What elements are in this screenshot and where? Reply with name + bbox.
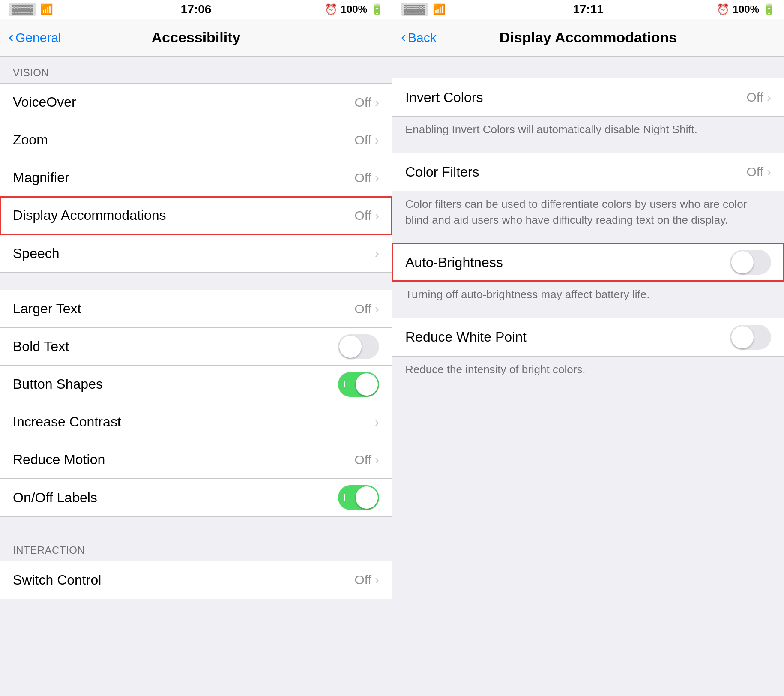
invert-colors-value: Off xyxy=(747,90,763,105)
larger-text-label: Larger Text xyxy=(13,301,81,317)
increase-contrast-right: › xyxy=(375,415,379,429)
reduce-white-point-group: Reduce White Point xyxy=(392,318,784,357)
increase-contrast-chevron: › xyxy=(375,415,379,429)
onoff-labels-toggle-inner: I xyxy=(343,492,346,503)
bold-text-item[interactable]: Bold Text xyxy=(0,328,392,366)
vision-gap xyxy=(0,273,392,290)
onoff-labels-toggle-knob xyxy=(356,486,378,509)
speech-item[interactable]: Speech › xyxy=(0,234,392,272)
reduce-motion-value: Off xyxy=(355,453,371,467)
voiceover-chevron: › xyxy=(375,95,379,110)
magnifier-right: Off › xyxy=(355,171,379,185)
switch-control-item[interactable]: Switch Control Off › xyxy=(0,561,392,599)
color-filters-chevron: › xyxy=(767,165,771,179)
auto-brightness-toggle-knob xyxy=(731,251,754,273)
display-accommodations-chevron: › xyxy=(375,208,379,223)
battery-icon: 🔋 xyxy=(371,3,383,15)
auto-brightness-toggle[interactable] xyxy=(730,250,771,275)
reduce-motion-chevron: › xyxy=(375,453,379,467)
left-back-button[interactable]: ‹ General xyxy=(9,29,61,46)
magnifier-item[interactable]: Magnifier Off › xyxy=(0,159,392,197)
voiceover-item[interactable]: VoiceOver Off › xyxy=(0,84,392,121)
speech-chevron: › xyxy=(375,246,379,261)
increase-contrast-label: Increase Contrast xyxy=(13,414,121,430)
vision-group: VoiceOver Off › Zoom Off › Magnifier Off… xyxy=(0,83,392,273)
onoff-labels-label: On/Off Labels xyxy=(13,490,97,506)
wifi-icon: 📶 xyxy=(40,3,53,15)
left-status-right: ⏰ 100% 🔋 xyxy=(325,3,383,15)
right-chevron-icon: ‹ xyxy=(401,28,406,46)
color-filters-description: Color filters can be used to differentia… xyxy=(392,191,784,234)
auto-brightness-item[interactable]: Auto-Brightness xyxy=(392,243,784,281)
zoom-item[interactable]: Zoom Off › xyxy=(0,121,392,159)
right-back-button[interactable]: ‹ Back xyxy=(401,29,437,46)
left-nav-bar: ‹ General Accessibility xyxy=(0,19,392,57)
reduce-motion-item[interactable]: Reduce Motion Off › xyxy=(0,441,392,479)
left-status-left: ▓▓▓ 📶 xyxy=(9,3,53,16)
invert-colors-group: Invert Colors Off › xyxy=(392,78,784,117)
right-back-label[interactable]: Back xyxy=(408,30,437,45)
display-accommodations-label: Display Accommodations xyxy=(13,207,166,223)
zoom-chevron: › xyxy=(375,133,379,147)
zoom-value: Off xyxy=(355,133,371,147)
reduce-white-point-label: Reduce White Point xyxy=(405,329,527,345)
right-status-left: ▓▓▓ 📶 xyxy=(401,3,446,16)
magnifier-chevron: › xyxy=(375,171,379,185)
right-nav-title: Display Accommodations xyxy=(500,29,677,46)
left-nav-title: Accessibility xyxy=(152,29,241,46)
larger-text-item[interactable]: Larger Text Off › xyxy=(0,290,392,328)
reduce-white-point-toggle[interactable] xyxy=(730,325,771,350)
display-accommodations-item[interactable]: Display Accommodations Off › xyxy=(0,197,392,234)
invert-colors-item[interactable]: Invert Colors Off › xyxy=(392,78,784,116)
invert-colors-right: Off › xyxy=(747,90,771,105)
onoff-labels-item[interactable]: On/Off Labels I xyxy=(0,479,392,516)
bold-text-toggle[interactable] xyxy=(338,334,379,359)
right-status-right: ⏰ 100% 🔋 xyxy=(717,3,775,15)
invert-colors-chevron: › xyxy=(767,90,771,105)
reduce-motion-label: Reduce Motion xyxy=(13,452,105,468)
vision-section-header: VISION xyxy=(0,57,392,83)
right-alarm-icon: ⏰ xyxy=(717,3,730,15)
reduce-white-point-toggle-knob xyxy=(731,326,754,348)
display-accommodations-right: Off › xyxy=(355,208,379,223)
switch-control-right: Off › xyxy=(355,573,379,587)
left-time: 17:06 xyxy=(181,3,212,16)
larger-text-right: Off › xyxy=(355,302,379,316)
voiceover-value: Off xyxy=(355,95,371,110)
alarm-icon: ⏰ xyxy=(325,3,338,15)
carrier-text: ▓▓▓ xyxy=(9,3,36,16)
right-status-bar: ▓▓▓ 📶 17:11 ⏰ 100% 🔋 xyxy=(392,0,784,19)
button-shapes-label: Button Shapes xyxy=(13,376,103,392)
voiceover-label: VoiceOver xyxy=(13,94,76,110)
larger-text-chevron: › xyxy=(375,302,379,316)
right-carrier-text: ▓▓▓ xyxy=(401,3,428,16)
switch-control-label: Switch Control xyxy=(13,572,101,588)
reduce-white-point-item[interactable]: Reduce White Point xyxy=(392,318,784,356)
switch-control-chevron: › xyxy=(375,573,379,587)
onoff-labels-toggle[interactable]: I xyxy=(338,485,379,510)
interaction-group: Switch Control Off › xyxy=(0,561,392,599)
color-filters-group: Color Filters Off › xyxy=(392,153,784,191)
zoom-right: Off › xyxy=(355,133,379,147)
display-gap xyxy=(0,517,392,534)
button-shapes-item[interactable]: Button Shapes I xyxy=(0,366,392,403)
color-filters-right: Off › xyxy=(747,165,771,179)
increase-contrast-item[interactable]: Increase Contrast › xyxy=(0,403,392,441)
bold-text-label: Bold Text xyxy=(13,339,69,354)
zoom-label: Zoom xyxy=(13,132,48,148)
battery-text: 100% xyxy=(341,3,367,15)
right-phone-panel: ▓▓▓ 📶 17:11 ⏰ 100% 🔋 ‹ Back Display Acco… xyxy=(392,0,784,696)
color-filters-item[interactable]: Color Filters Off › xyxy=(392,153,784,191)
left-back-label[interactable]: General xyxy=(15,30,61,45)
left-chevron-icon: ‹ xyxy=(9,28,14,46)
right-battery-text: 100% xyxy=(733,3,759,15)
button-shapes-toggle[interactable]: I xyxy=(338,372,379,397)
bold-text-toggle-knob xyxy=(339,336,362,358)
right-battery-icon: 🔋 xyxy=(763,3,775,15)
right-nav-bar: ‹ Back Display Accommodations xyxy=(392,19,784,57)
sub-gap-3 xyxy=(392,309,784,318)
left-phone-panel: ▓▓▓ 📶 17:06 ⏰ 100% 🔋 ‹ General Accessibi… xyxy=(0,0,392,696)
invert-colors-label: Invert Colors xyxy=(405,90,483,105)
magnifier-value: Off xyxy=(355,171,371,185)
voiceover-right: Off › xyxy=(355,95,379,110)
